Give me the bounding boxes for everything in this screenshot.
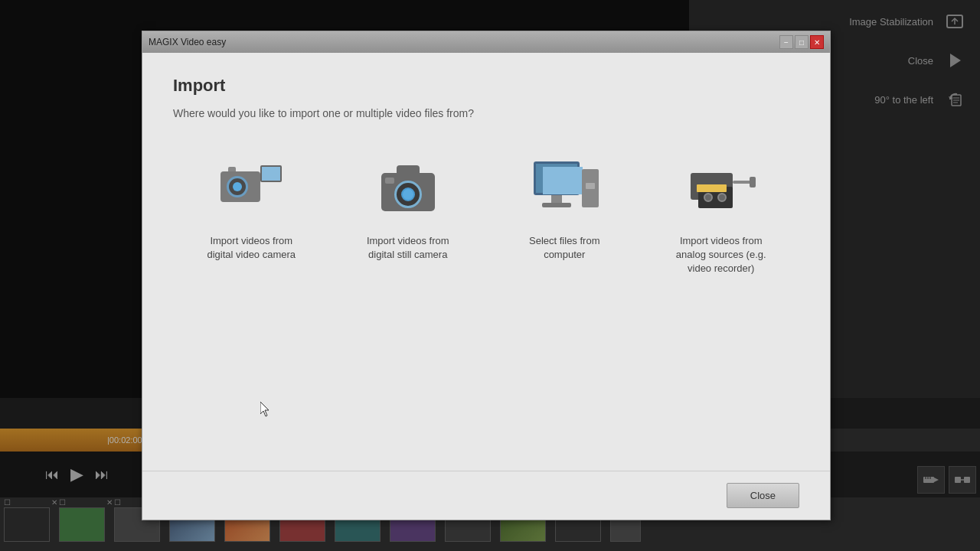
minimize-button[interactable]: − xyxy=(779,35,793,49)
import-option-video-camera[interactable]: Import videos fromdigital video camera xyxy=(182,158,320,262)
window-controls: − □ ✕ xyxy=(779,35,824,49)
import-option-analog[interactable]: Import videos fromanalog sources (e.g.vi… xyxy=(652,158,790,276)
import-subtext: Where would you like to import one or mu… xyxy=(173,107,799,119)
dialog-title: MAGIX Video easy xyxy=(149,37,226,47)
computer-icon xyxy=(526,158,603,219)
vcr-icon xyxy=(683,158,760,219)
video-camera-icon xyxy=(213,158,289,219)
computer-label: Select files fromcomputer xyxy=(529,234,599,262)
import-option-still-camera[interactable]: Import videos fromdigital still camera xyxy=(339,158,477,262)
maximize-button[interactable]: □ xyxy=(795,35,808,49)
still-camera-label: Import videos fromdigital still camera xyxy=(367,234,449,262)
analog-label: Import videos fromanalog sources (e.g.vi… xyxy=(676,234,766,276)
import-option-computer[interactable]: Select files fromcomputer xyxy=(495,158,633,262)
still-camera-icon xyxy=(370,158,446,219)
import-dialog: MAGIX Video easy − □ ✕ Import Where woul… xyxy=(142,31,831,520)
close-window-button[interactable]: ✕ xyxy=(810,35,824,49)
dialog-footer: Close xyxy=(142,471,830,520)
dialog-titlebar: MAGIX Video easy − □ ✕ xyxy=(142,31,830,53)
dialog-content: Import Where would you like to import on… xyxy=(142,53,830,471)
close-dialog-button[interactable]: Close xyxy=(727,483,799,508)
import-options-grid: Import videos fromdigital video camera I… xyxy=(173,158,799,448)
import-heading: Import xyxy=(173,76,799,96)
video-camera-label: Import videos fromdigital video camera xyxy=(207,234,296,262)
